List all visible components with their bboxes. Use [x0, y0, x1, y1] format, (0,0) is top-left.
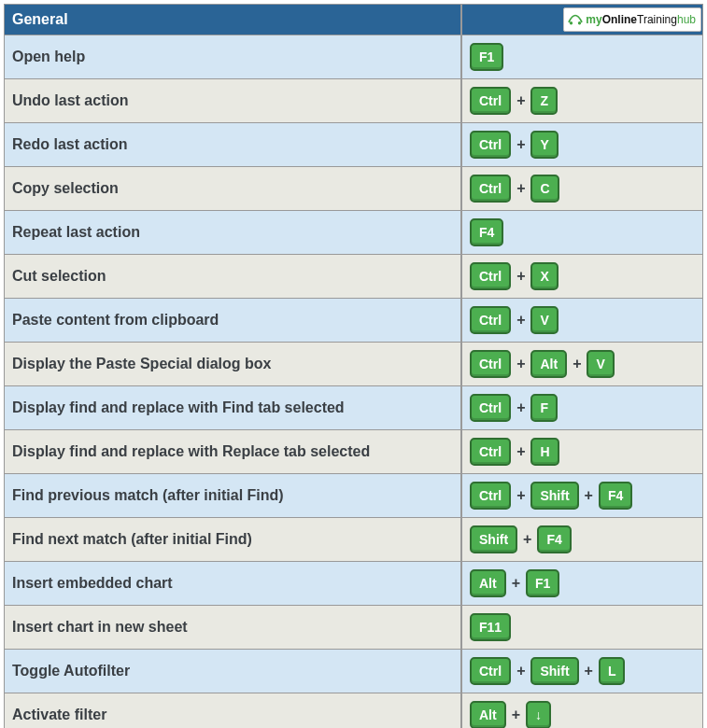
- shortcut-keys-cell: Ctrl+V: [461, 299, 703, 343]
- shortcut-keys-cell: Ctrl+Shift+L: [461, 650, 703, 693]
- shortcut-keys-cell: F4: [461, 211, 703, 255]
- table-row: Display find and replace with Replace ta…: [4, 430, 703, 474]
- plus-separator: +: [516, 136, 525, 153]
- plus-separator: +: [516, 487, 525, 504]
- shortcut-description: Insert chart in new sheet: [4, 606, 461, 650]
- shortcut-keys-cell: Ctrl+Y: [461, 123, 703, 167]
- key-sequence: Ctrl+F: [470, 394, 695, 422]
- shortcut-description: Activate filter: [4, 693, 461, 728]
- table-row: Open helpF1: [4, 35, 703, 79]
- table-row: Display the Paste Special dialog boxCtrl…: [4, 343, 703, 386]
- shortcut-description: Repeat last action: [4, 211, 461, 255]
- key-sequence: Alt+F1: [470, 569, 695, 597]
- key-sequence: Ctrl+Shift+L: [470, 657, 695, 685]
- shortcut-description: Undo last action: [4, 79, 461, 123]
- key-sequence: F1: [470, 43, 695, 71]
- keycap: F1: [470, 43, 503, 71]
- table-row: Undo last actionCtrl+Z: [4, 79, 703, 123]
- shortcut-description: Display find and replace with Find tab s…: [4, 386, 461, 430]
- shortcut-keys-cell: Ctrl+Z: [461, 79, 703, 123]
- shortcut-keys-cell: Ctrl+F: [461, 386, 703, 430]
- key-sequence: Ctrl+Y: [470, 131, 695, 159]
- header-title: General: [4, 4, 461, 35]
- keycap: F4: [470, 218, 503, 246]
- keycap: Ctrl: [470, 175, 511, 203]
- keycap: F4: [599, 482, 632, 510]
- key-sequence: Shift+F4: [470, 525, 695, 553]
- table-row: Paste content from clipboardCtrl+V: [4, 299, 703, 343]
- keycap: Ctrl: [470, 394, 511, 422]
- logo-badge: myOnlineTraininghub: [563, 7, 701, 32]
- key-sequence: Ctrl+H: [470, 438, 695, 466]
- shortcut-keys-cell: Shift+F4: [461, 518, 703, 562]
- table-row: Copy selectionCtrl+C: [4, 167, 703, 211]
- shortcut-keys-cell: Ctrl+Alt+V: [461, 343, 703, 386]
- keycap: X: [530, 262, 558, 290]
- plus-separator: +: [516, 356, 525, 372]
- shortcut-description: Display find and replace with Replace ta…: [4, 430, 461, 474]
- keycap: Z: [530, 87, 558, 115]
- shortcut-description: Find next match (after initial Find): [4, 518, 461, 562]
- keycap: F: [530, 394, 558, 422]
- table-row: Insert embedded chartAlt+F1: [4, 562, 703, 606]
- key-sequence: Ctrl+X: [470, 262, 695, 290]
- keycap: F4: [537, 525, 571, 553]
- table-row: Display find and replace with Find tab s…: [4, 386, 703, 430]
- keycap: F1: [526, 569, 559, 597]
- key-sequence: Ctrl+C: [470, 175, 695, 203]
- keycap: Alt: [470, 569, 506, 597]
- table-row: Insert chart in new sheetF11: [4, 606, 703, 650]
- keycap: Ctrl: [470, 657, 511, 685]
- table-row: Find previous match (after initial Find)…: [4, 474, 703, 518]
- key-sequence: Ctrl+Shift+F4: [470, 482, 695, 510]
- shortcut-description: Copy selection: [4, 167, 461, 211]
- keycap: Ctrl: [470, 87, 511, 115]
- svg-point-0: [570, 21, 573, 24]
- shortcut-keys-cell: F11: [461, 606, 703, 650]
- shortcut-keys-cell: Ctrl+C: [461, 167, 703, 211]
- keycap: L: [599, 657, 626, 685]
- shortcut-description: Open help: [4, 35, 461, 79]
- keycap: Ctrl: [470, 482, 511, 510]
- plus-separator: +: [516, 312, 525, 329]
- table-row: Cut selectionCtrl+X: [4, 255, 703, 299]
- plus-separator: +: [512, 575, 520, 592]
- shortcut-keys-cell: Ctrl+H: [461, 430, 703, 474]
- table-row: Activate filterAlt+↓: [4, 693, 703, 728]
- shortcut-description: Find previous match (after initial Find): [4, 474, 461, 518]
- plus-separator: +: [516, 180, 525, 197]
- shortcuts-table: General myOnlineTraininghub Open helpF1U…: [4, 4, 703, 728]
- shortcut-description: Paste content from clipboard: [4, 299, 461, 343]
- key-sequence: F11: [470, 613, 695, 641]
- keycap: Ctrl: [470, 262, 511, 290]
- table-row: Redo last actionCtrl+Y: [4, 123, 703, 167]
- key-sequence: Ctrl+V: [470, 306, 695, 334]
- table-header-row: General myOnlineTraininghub: [4, 4, 703, 35]
- keycap: Shift: [530, 482, 578, 510]
- plus-separator: +: [516, 399, 525, 416]
- plus-separator: +: [512, 707, 520, 723]
- keycap: Alt: [470, 701, 506, 728]
- svg-point-1: [578, 21, 581, 24]
- shortcut-description: Toggle Autofilter: [4, 650, 461, 693]
- shortcut-keys-cell: Ctrl+Shift+F4: [461, 474, 703, 518]
- keycap: F11: [470, 613, 511, 641]
- key-sequence: Ctrl+Alt+V: [470, 350, 695, 378]
- plus-separator: +: [516, 663, 525, 679]
- keycap: Ctrl: [470, 131, 511, 159]
- shortcut-keys-cell: Ctrl+X: [461, 255, 703, 299]
- shortcut-description: Display the Paste Special dialog box: [4, 343, 461, 386]
- key-sequence: F4: [470, 218, 695, 246]
- plus-separator: +: [585, 487, 593, 504]
- plus-separator: +: [585, 663, 593, 679]
- plus-separator: +: [516, 443, 525, 460]
- shortcut-keys-cell: Alt+F1: [461, 562, 703, 606]
- keycap: Shift: [530, 657, 578, 685]
- shortcut-description: Cut selection: [4, 255, 461, 299]
- keycap: H: [530, 438, 559, 466]
- shortcut-description: Insert embedded chart: [4, 562, 461, 606]
- keycap: Alt: [530, 350, 567, 378]
- shortcut-keys-cell: Alt+↓: [461, 693, 703, 728]
- plus-separator: +: [516, 92, 525, 109]
- keycap: Ctrl: [470, 350, 511, 378]
